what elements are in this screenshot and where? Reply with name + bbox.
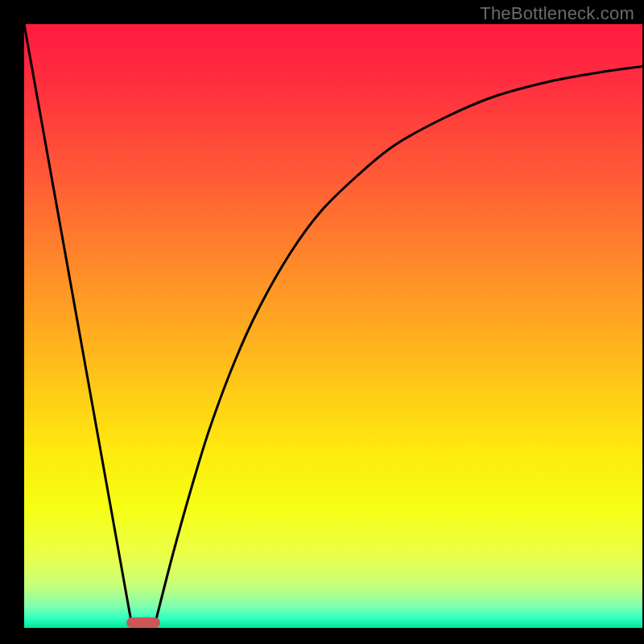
series-right-branch [154,67,642,629]
series-left-branch [24,24,132,628]
min-marker [126,617,160,628]
curve-layer [24,24,642,628]
chart-frame: TheBottleneck.com [0,0,644,644]
watermark-text: TheBottleneck.com [480,3,634,24]
plot-area [24,24,642,628]
